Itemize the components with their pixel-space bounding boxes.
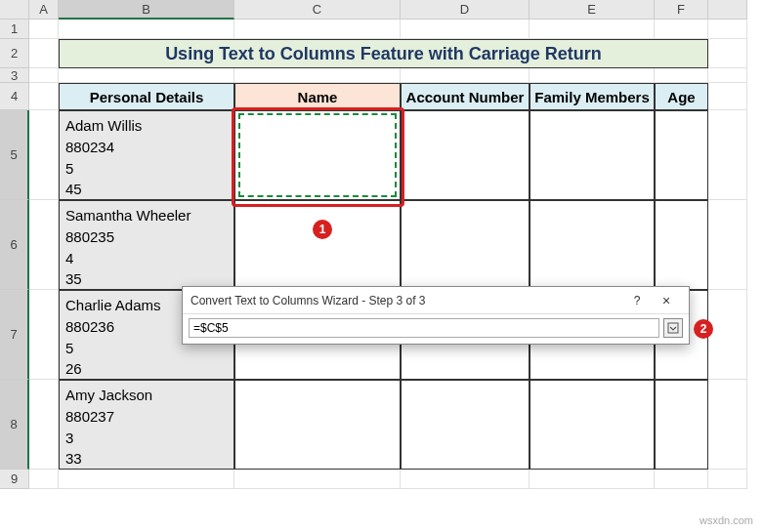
destination-input[interactable] — [189, 318, 659, 338]
cell-e1[interactable] — [530, 20, 655, 39]
cell-g1[interactable] — [708, 20, 747, 39]
cell-e5[interactable] — [530, 110, 655, 200]
collapse-dialog-button[interactable] — [663, 318, 683, 338]
cell-g6[interactable] — [708, 200, 747, 290]
cell-g9[interactable] — [708, 470, 747, 489]
cell-a3[interactable] — [29, 68, 59, 83]
svg-rect-0 — [668, 323, 678, 333]
col-header-d[interactable]: D — [401, 0, 530, 20]
row-header-8[interactable]: 8 — [0, 380, 29, 470]
cell-b5[interactable]: Adam Willis 880234 5 45 — [59, 110, 234, 200]
dialog-body — [183, 314, 689, 344]
header-name[interactable]: Name — [234, 83, 401, 110]
cell-g4[interactable] — [708, 83, 747, 110]
cell-d1[interactable] — [401, 20, 530, 39]
cell-g8[interactable] — [708, 380, 747, 470]
cell-a1[interactable] — [29, 20, 59, 39]
cell-f3[interactable] — [655, 68, 708, 83]
cell-e9[interactable] — [530, 470, 655, 489]
row-header-7[interactable]: 7 — [0, 290, 29, 380]
cell-b8[interactable]: Amy Jackson 880237 3 33 — [59, 380, 234, 470]
col-header-c[interactable]: C — [234, 0, 401, 20]
col-header-e[interactable]: E — [530, 0, 655, 20]
cell-b9[interactable] — [59, 470, 234, 489]
cell-d6[interactable] — [401, 200, 530, 290]
cell-e3[interactable] — [530, 68, 655, 83]
cell-c8[interactable] — [234, 380, 401, 470]
title-cell[interactable]: Using Text to Columns Feature with Carri… — [59, 39, 708, 68]
cell-e6[interactable] — [530, 200, 655, 290]
cell-g5[interactable] — [708, 110, 747, 200]
cell-f6[interactable] — [655, 200, 708, 290]
cell-c5[interactable] — [234, 110, 401, 200]
cell-f5[interactable] — [655, 110, 708, 200]
cell-g7[interactable] — [708, 290, 747, 380]
row-header-6[interactable]: 6 — [0, 200, 29, 290]
cell-d5[interactable] — [401, 110, 530, 200]
text-to-columns-dialog: Convert Text to Columns Wizard - Step 3 … — [182, 286, 690, 345]
cell-a2[interactable] — [29, 39, 59, 68]
cell-d3[interactable] — [401, 68, 530, 83]
cell-d8[interactable] — [401, 380, 530, 470]
dialog-help-button[interactable]: ? — [622, 294, 652, 307]
header-account-number[interactable]: Account Number — [401, 83, 530, 110]
collapse-icon — [667, 322, 679, 334]
callout-badge-2: 2 — [694, 319, 713, 339]
row-header-5[interactable]: 5 — [0, 110, 29, 200]
cell-c1[interactable] — [234, 20, 401, 39]
cell-a8[interactable] — [29, 380, 59, 470]
cell-b6[interactable]: Samantha Wheeler 880235 4 35 — [59, 200, 234, 290]
row-header-2[interactable]: 2 — [0, 39, 29, 68]
row-header-9[interactable]: 9 — [0, 470, 29, 489]
row-header-1[interactable]: 1 — [0, 20, 29, 39]
cell-c9[interactable] — [234, 470, 401, 489]
col-header-f[interactable]: F — [655, 0, 708, 20]
select-all-corner[interactable] — [0, 0, 29, 20]
dialog-title: Convert Text to Columns Wizard - Step 3 … — [191, 294, 622, 307]
cell-e8[interactable] — [530, 380, 655, 470]
header-personal-details[interactable]: Personal Details — [59, 83, 234, 110]
cell-f9[interactable] — [655, 470, 708, 489]
cell-f1[interactable] — [655, 20, 708, 39]
spreadsheet-grid: A B C D E F 1 2 Using Text to Columns Fe… — [0, 0, 763, 489]
cell-a9[interactable] — [29, 470, 59, 489]
dialog-titlebar[interactable]: Convert Text to Columns Wizard - Step 3 … — [183, 287, 689, 314]
col-header-blank — [708, 0, 747, 20]
col-header-a[interactable]: A — [29, 0, 59, 20]
row-header-3[interactable]: 3 — [0, 68, 29, 83]
cell-g3[interactable] — [708, 68, 747, 83]
cell-a6[interactable] — [29, 200, 59, 290]
watermark: wsxdn.com — [699, 514, 753, 526]
cell-a5[interactable] — [29, 110, 59, 200]
cell-a7[interactable] — [29, 290, 59, 380]
cell-b1[interactable] — [59, 20, 234, 39]
callout-badge-1: 1 — [313, 220, 332, 239]
cell-d9[interactable] — [401, 470, 530, 489]
header-family-members[interactable]: Family Members — [530, 83, 655, 110]
cell-b3[interactable] — [59, 68, 234, 83]
cell-f8[interactable] — [655, 380, 708, 470]
cell-c3[interactable] — [234, 68, 401, 83]
cell-g2[interactable] — [708, 39, 747, 68]
header-age[interactable]: Age — [655, 83, 708, 110]
dialog-close-button[interactable]: × — [652, 293, 681, 308]
cell-c6[interactable] — [234, 200, 401, 290]
col-header-b[interactable]: B — [59, 0, 234, 20]
cell-a4[interactable] — [29, 83, 59, 110]
row-header-4[interactable]: 4 — [0, 83, 29, 110]
